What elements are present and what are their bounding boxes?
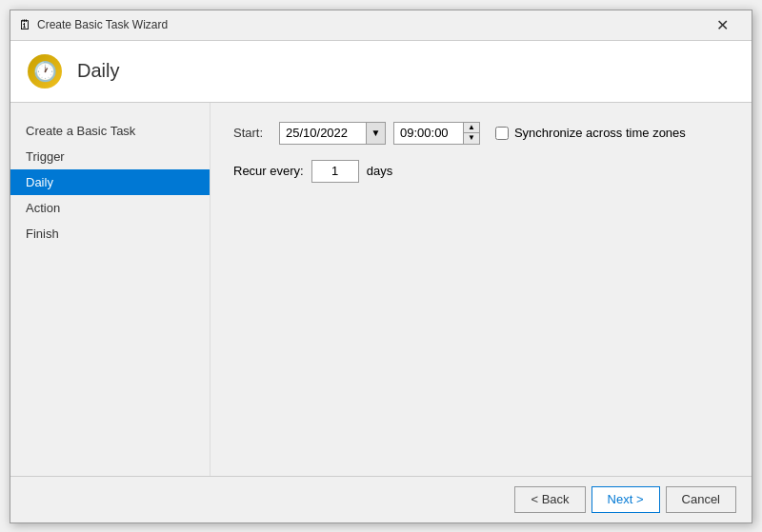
sidebar-item-create-basic-task[interactable]: Create a Basic Task xyxy=(10,118,210,144)
sync-checkbox[interactable] xyxy=(495,127,509,140)
sync-label: Synchronize across time zones xyxy=(514,126,686,140)
sidebar-item-daily[interactable]: Daily xyxy=(10,169,210,195)
recur-label: Recur every: xyxy=(233,164,304,178)
back-button[interactable]: < Back xyxy=(514,486,585,513)
days-label: days xyxy=(367,164,392,178)
sidebar-item-action[interactable]: Action xyxy=(10,195,210,221)
date-input[interactable] xyxy=(280,124,366,142)
title-bar: 🗓 Create Basic Task Wizard ✕ xyxy=(10,10,752,41)
header-icon: 🕐 xyxy=(26,52,64,90)
title-bar-left: 🗓 Create Basic Task Wizard xyxy=(18,17,168,32)
sync-checkbox-row: Synchronize across time zones xyxy=(495,126,686,140)
title-bar-icon: 🗓 xyxy=(18,17,31,32)
start-label: Start: xyxy=(233,126,271,140)
title-bar-title: Create Basic Task Wizard xyxy=(37,18,168,31)
main-panel: Start: ▼ ▲ ▼ Synchronize a xyxy=(211,103,752,476)
header-title: Daily xyxy=(77,60,119,82)
cancel-button[interactable]: Cancel xyxy=(666,486,736,513)
content-area: Create a Basic Task Trigger Daily Action… xyxy=(10,103,752,476)
time-input-container: ▲ ▼ xyxy=(393,122,480,145)
time-down-button[interactable]: ▼ xyxy=(464,132,479,144)
calendar-button[interactable]: ▼ xyxy=(366,123,385,144)
recur-input[interactable] xyxy=(311,160,359,183)
footer: < Back Next > Cancel xyxy=(10,476,752,522)
next-button[interactable]: Next > xyxy=(592,486,660,513)
close-button[interactable]: ✕ xyxy=(700,10,744,40)
start-row: Start: ▼ ▲ ▼ Synchronize a xyxy=(233,122,729,145)
sidebar-item-trigger[interactable]: Trigger xyxy=(10,144,210,169)
sidebar-item-finish[interactable]: Finish xyxy=(10,221,210,246)
sidebar: Create a Basic Task Trigger Daily Action… xyxy=(10,103,211,476)
recur-row: Recur every: days xyxy=(233,160,729,183)
main-window: 🗓 Create Basic Task Wizard ✕ 🕐 Daily Cre… xyxy=(10,10,752,523)
clock-icon: 🕐 xyxy=(28,54,62,89)
date-input-container: ▼ xyxy=(279,122,386,145)
time-spinner: ▲ ▼ xyxy=(463,123,479,144)
time-up-button[interactable]: ▲ xyxy=(464,123,479,133)
header-section: 🕐 Daily xyxy=(10,41,752,103)
time-input[interactable] xyxy=(394,124,463,142)
